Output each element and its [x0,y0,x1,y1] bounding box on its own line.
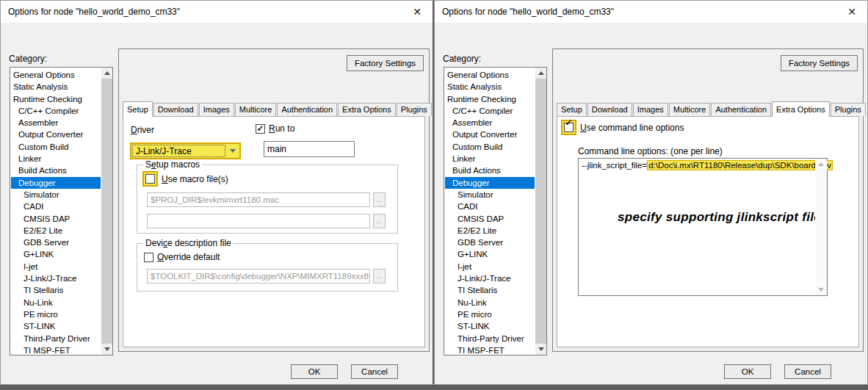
tab[interactable]: Images [199,103,234,116]
category-item[interactable]: J-Link/J-Trace [11,272,101,284]
category-item[interactable]: CADI [445,201,535,212]
category-item[interactable]: CMSIS DAP [445,213,535,225]
run-to-checkbox[interactable] [256,124,265,134]
category-item[interactable]: Custom Build [11,141,101,153]
dialog-body: Category: General OptionsStatic Analysis… [1,23,433,384]
use-cmdline-checkbox[interactable] [564,123,574,132]
category-item[interactable]: Nu-Link [11,297,101,308]
driver-value: J-Link/J-Trace [132,145,225,157]
category-item[interactable]: Output Converter [445,129,535,140]
category-label: Category: [443,54,481,64]
category-scrollbar[interactable] [101,68,112,355]
override-default-checkbox[interactable] [144,253,153,262]
category-item[interactable]: E2/E2 Lite [445,225,535,236]
category-item[interactable]: Debugger [11,177,101,189]
textarea-scrollbar[interactable] [815,159,827,295]
ok-button[interactable]: OK [724,364,771,379]
tab[interactable]: Plugins [397,103,432,116]
scroll-up-icon[interactable] [101,68,112,79]
category-item[interactable]: C/C++ Compiler [11,105,101,117]
category-item[interactable]: Nu-Link [445,297,535,308]
category-scrollbar[interactable] [535,68,546,355]
close-icon[interactable] [844,4,860,20]
ok-button[interactable]: OK [291,364,338,379]
category-item[interactable]: GDB Server [11,236,101,248]
tab[interactable]: Plugins [831,103,866,116]
category-item[interactable]: Third-Party Driver [445,333,535,344]
tab[interactable]: Download [153,103,198,116]
use-macro-row: Use macro file(s) [142,171,228,187]
category-list: General OptionsStatic AnalysisRuntime Ch… [11,69,101,354]
chevron-down-icon[interactable] [226,144,239,158]
category-item[interactable]: Debugger [445,177,535,189]
category-list: General OptionsStatic AnalysisRuntime Ch… [445,69,535,354]
setup-macros-group: Setup macros Use macro file(s) $PROJ_DIR… [137,165,398,234]
factory-settings-button[interactable]: Factory Settings [781,55,858,71]
driver-combobox[interactable]: J-Link/J-Trace [130,142,241,159]
category-item[interactable]: General Options [11,69,101,81]
category-item[interactable]: Linker [445,153,535,165]
category-item[interactable]: Output Converter [11,129,101,140]
run-to-input[interactable] [264,141,355,157]
category-item[interactable]: C/C++ Compiler [445,105,535,117]
category-item[interactable]: Build Actions [445,165,535,176]
category-item[interactable]: Runtime Checking [11,93,101,105]
cmdline-text: --jlink_script_file=d:\Doc\i.mx\RT1180\R… [582,161,812,170]
category-item[interactable]: TI MSP-FET [445,344,535,354]
tab[interactable]: Extra Options [772,101,830,117]
cmdline-options-textarea[interactable]: --jlink_script_file=d:\Doc\i.mx\RT1180\R… [578,158,828,296]
category-item[interactable]: Third-Party Driver [11,333,101,344]
tab[interactable]: Setup [123,101,153,117]
category-item[interactable]: J-Link/J-Trace [445,272,535,284]
category-item[interactable]: PE micro [11,308,101,320]
category-item[interactable]: GDB Server [445,236,535,248]
category-item[interactable]: G+LINK [445,248,535,260]
category-item[interactable]: CADI [11,201,101,212]
tab[interactable]: Download [587,103,632,116]
category-item[interactable]: Runtime Checking [445,93,535,105]
category-item[interactable]: Assembler [445,117,535,129]
cancel-button[interactable]: Cancel [784,364,831,379]
category-item[interactable]: Static Analysis [445,81,535,93]
scrollbar-thumb[interactable] [101,79,112,344]
category-item[interactable]: PE micro [445,308,535,320]
titlebar[interactable]: Options for node "hello_world_demo_cm33" [1,1,433,23]
category-item[interactable]: ST-LINK [11,320,101,332]
category-item[interactable]: ST-LINK [445,320,535,332]
category-item[interactable]: E2/E2 Lite [11,225,101,236]
scroll-down-icon[interactable] [815,284,827,295]
use-macro-checkbox[interactable] [145,174,155,184]
close-icon[interactable] [409,4,425,20]
category-item[interactable]: Custom Build [445,141,535,153]
tab[interactable]: Multicore [235,103,277,116]
category-item[interactable]: TI Stellaris [11,284,101,296]
category-item[interactable]: General Options [445,69,535,81]
category-item[interactable]: I-jet [445,261,535,272]
scroll-up-icon[interactable] [815,159,827,170]
tab[interactable]: Images [633,103,668,116]
factory-settings-button[interactable]: Factory Settings [347,55,424,71]
scroll-up-icon[interactable] [535,68,546,79]
category-item[interactable]: TI MSP-FET [11,344,101,354]
tab[interactable]: Authentication [277,103,337,116]
category-item[interactable]: Static Analysis [11,81,101,93]
category-item[interactable]: Simulator [11,189,101,201]
category-item[interactable]: Simulator [445,189,535,201]
category-item[interactable]: Assembler [11,117,101,129]
category-item[interactable]: Linker [11,153,101,165]
category-item[interactable]: CMSIS DAP [11,213,101,225]
scroll-down-icon[interactable] [101,344,112,355]
category-item[interactable]: Build Actions [11,165,101,176]
tab[interactable]: Extra Options [338,103,396,116]
category-item[interactable]: I-jet [11,261,101,272]
driver-label: Driver [131,125,154,135]
scroll-down-icon[interactable] [535,344,546,355]
titlebar[interactable]: Options for node "hello_world_demo_cm33" [435,1,867,23]
scrollbar-thumb[interactable] [535,79,546,344]
tab[interactable]: Authentication [711,103,771,116]
category-item[interactable]: TI Stellaris [445,284,535,296]
tab[interactable]: Multicore [669,103,711,116]
category-item[interactable]: G+LINK [11,248,101,260]
cancel-button[interactable]: Cancel [351,364,398,379]
tab[interactable]: Setup [557,103,587,116]
